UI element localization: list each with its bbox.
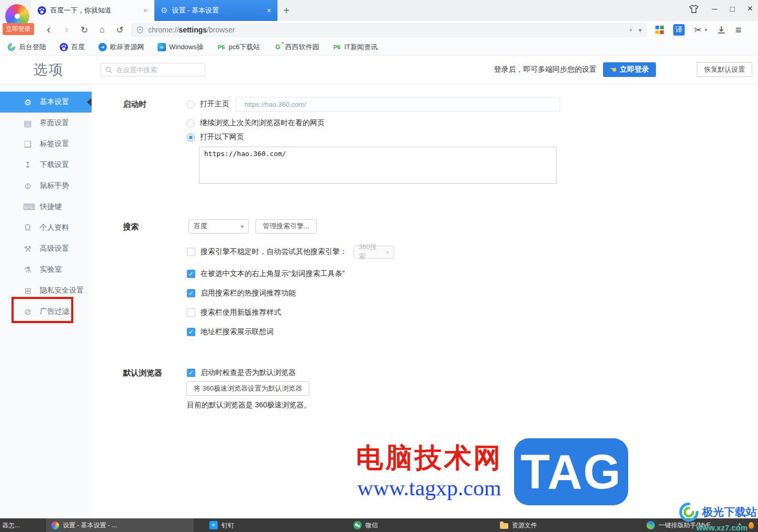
checkbox-suggestions[interactable]: ✓ <box>187 328 195 336</box>
menu-icon[interactable]: ≡ <box>735 24 742 36</box>
chevron-down-icon[interactable]: ▾ <box>638 26 642 34</box>
check-icon: ✓ <box>188 328 194 336</box>
skin-tshirt-icon[interactable] <box>688 4 699 14</box>
sidebar-item-tab-settings[interactable]: ❏ 标签设置 <box>0 134 92 154</box>
task-label: 钉钉 <box>221 521 234 530</box>
search-fallback-row: 搜索引擎不稳定时，自动尝试其他搜索引擎： 360搜索 ▾ <box>187 245 394 259</box>
tab-close-icon[interactable]: × <box>267 6 271 15</box>
bookmark-windows[interactable]: w Windows操 <box>158 42 204 52</box>
radio-open-pages[interactable] <box>187 134 195 141</box>
settings-search-box[interactable] <box>101 63 205 76</box>
forward-icon[interactable]: › <box>58 23 75 37</box>
pc6-icon: P6 <box>217 43 226 51</box>
taskbar-item-partial[interactable]: 器怎... <box>0 518 22 532</box>
home-icon[interactable]: ⌂ <box>93 25 111 35</box>
screenshot-scissors-icon[interactable]: ✂ <box>694 25 701 36</box>
apps-grid-icon[interactable] <box>655 26 664 34</box>
page-title: 选项 <box>34 60 64 79</box>
sidebar-item-lab[interactable]: ⚗ 实验室 <box>0 259 92 280</box>
translate-icon[interactable]: 译 <box>673 24 685 36</box>
baidu-paw-icon <box>60 43 68 51</box>
bookmark-baidu[interactable]: 百度 <box>60 42 85 52</box>
sidebar-label: 界面设置 <box>40 118 69 128</box>
taskbar-item-browser[interactable]: 设置 - 基本设置 - ... <box>46 518 194 532</box>
address-bar[interactable]: chrome://settings/browser ⚡ ▾ <box>131 23 647 37</box>
corner-site-url: www.xz7.com <box>696 523 748 532</box>
bookmark-pc6[interactable]: P6 pc6下载站 <box>217 42 260 52</box>
set-default-row: 将 360极速浏览器设置为默认浏览器 <box>186 381 309 396</box>
tab-settings[interactable]: ⚙ 设置 - 基本设置 × <box>154 0 277 21</box>
navigation-toolbar: ‹ › ↻ ⌂ ↺ chrome://settings/browser ⚡ ▾ … <box>0 21 758 39</box>
bookmark-label: 欧菲资源网 <box>110 42 144 52</box>
bookmark-oufei[interactable]: ➜ 欧菲资源网 <box>98 42 144 52</box>
tab-title: 百度一下，你就知道 <box>50 6 139 15</box>
downloads-icon[interactable] <box>717 26 726 34</box>
login-now-button[interactable]: ☚ 立即登录 <box>603 62 656 77</box>
fallback-engine-select: 360搜索 ▾ <box>353 246 394 259</box>
checkbox-fallback-engine[interactable] <box>187 248 195 256</box>
scissors-dropdown-icon[interactable]: ▾ <box>705 27 707 32</box>
taskbar-item-dingtalk[interactable]: ✈ 钉钉 <box>204 518 239 532</box>
taskbar-item-files[interactable]: 资源文件 <box>495 518 542 532</box>
radio-open-homepage[interactable] <box>187 101 195 108</box>
manage-search-engines-button[interactable]: 管理搜索引擎... <box>255 219 317 234</box>
startup-option-pages: 打开以下网页 <box>187 130 244 145</box>
task-label: 微信 <box>365 521 378 530</box>
bookmark-label: pc6下载站 <box>229 42 260 52</box>
shield-plus-icon: ⊞ <box>23 286 32 296</box>
maximize-button[interactable]: □ <box>730 4 734 13</box>
sidebar-item-profile[interactable]: Ω 个人资料 <box>0 217 92 238</box>
radio-label: 继续浏览上次关闭浏览器时在看的网页 <box>200 118 325 128</box>
site-corner-logo: 极光下载站 www.xz7.com <box>678 501 757 532</box>
task-label: 资源文件 <box>512 521 537 530</box>
sidebar-item-download-settings[interactable]: ↧ 下载设置 <box>0 154 92 175</box>
bookmark-houtai[interactable]: 后台登陆 <box>7 42 46 52</box>
startup-option-continue: 继续浏览上次关闭浏览器时在看的网页 <box>187 116 325 130</box>
search-engine-select[interactable]: 百度 ▾ <box>188 219 249 234</box>
new-tab-button[interactable]: + <box>277 0 295 21</box>
windows-taskbar: 器怎... 设置 - 基本设置 - ... ✈ 钉钉 微信 资源文件 一键排版助… <box>0 518 758 532</box>
selected-engine: 百度 <box>194 221 207 231</box>
lightning-turbo-icon[interactable]: ⚡ <box>628 26 633 34</box>
section-search-label: 搜索 <box>123 222 139 232</box>
startup-option-homepage: 打开主页 <box>187 97 560 112</box>
checkbox-hot-words[interactable]: ✓ <box>187 289 195 297</box>
checkbox-new-style[interactable] <box>187 308 195 317</box>
sidebar-item-interface-settings[interactable]: ▤ 界面设置 <box>0 113 92 134</box>
radio-continue-last[interactable] <box>187 119 195 127</box>
watermark-url: www.tagxp.com <box>358 475 501 501</box>
taskbar-item-wechat[interactable]: 微信 <box>348 518 383 532</box>
tab-close-icon[interactable]: × <box>143 6 148 15</box>
selected-fallback-engine: 360搜索 <box>359 242 382 261</box>
back-icon[interactable]: ‹ <box>40 23 58 37</box>
mouse-icon: ⊖ <box>23 181 33 191</box>
sidebar-item-mouse-gestures[interactable]: ⊖ 鼠标手势 <box>0 175 92 196</box>
refresh-icon[interactable]: ↻ <box>75 25 93 36</box>
sidebar-item-basic-settings[interactable]: ⚙ 基本设置 <box>0 92 92 113</box>
sidebar-item-advanced-settings[interactable]: ⚒ 高级设置 <box>0 238 92 259</box>
bookmark-it-news[interactable]: P6 IT新闻资讯 <box>333 42 378 52</box>
bookmark-label: 后台登陆 <box>19 42 46 52</box>
bookmark-label: Windows操 <box>169 42 204 52</box>
login-now-badge[interactable]: 立即登录 <box>3 23 34 35</box>
bookmark-xixi[interactable]: G 西西软件园 <box>274 42 319 52</box>
chevron-down-icon: ▾ <box>386 249 389 255</box>
checkbox-select-toolbar[interactable]: ✓ <box>187 270 195 278</box>
site-security-shield-icon[interactable] <box>136 26 144 34</box>
homepage-url-input[interactable] <box>236 97 560 112</box>
settings-search-input[interactable] <box>115 65 198 74</box>
sidebar-label: 基本设置 <box>40 97 69 107</box>
minimize-button[interactable]: ─ <box>712 4 718 13</box>
sidebar-item-shortcuts[interactable]: ⌨ 快捷键 <box>0 196 92 217</box>
close-button[interactable]: × <box>747 3 753 14</box>
startup-pages-textarea[interactable]: https://hao.360.com/ <box>199 147 556 184</box>
checkbox-check-default[interactable]: ✓ <box>187 369 195 377</box>
corner-site-name: 极光下载站 <box>702 505 757 519</box>
window-icon: ▤ <box>23 118 32 128</box>
restore-defaults-button[interactable]: 恢复默认设置 <box>697 62 752 77</box>
sidebar-label: 个人资料 <box>40 223 69 232</box>
browser-360-icon <box>51 522 59 529</box>
tab-baidu[interactable]: 百度一下，你就知道 × <box>31 0 154 21</box>
undo-closed-tab-icon[interactable]: ↺ <box>111 25 129 36</box>
set-default-browser-button[interactable]: 将 360极速浏览器设置为默认浏览器 <box>186 381 309 396</box>
